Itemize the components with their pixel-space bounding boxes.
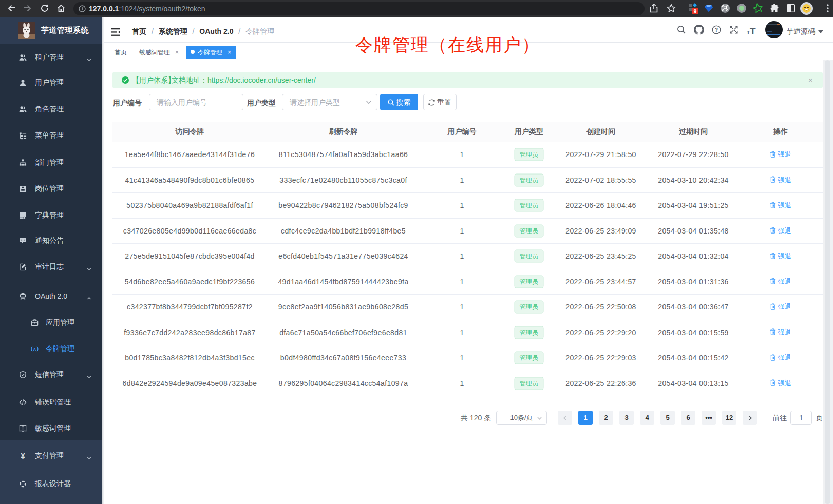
svg-text:A: A bbox=[33, 347, 36, 352]
svg-text:?: ? bbox=[715, 27, 718, 33]
svg-text:9: 9 bbox=[694, 9, 697, 14]
